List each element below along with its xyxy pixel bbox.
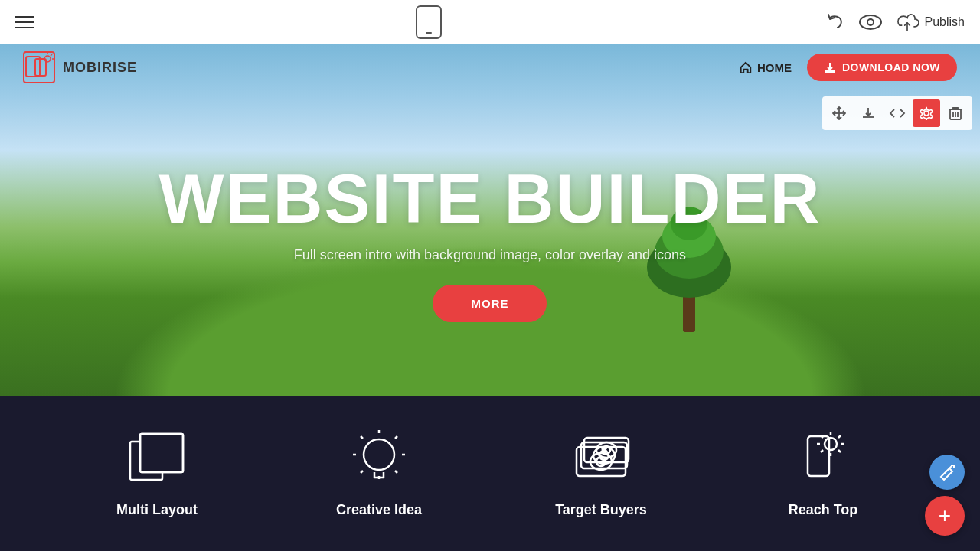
topbar: Publish (0, 0, 980, 44)
preview-button[interactable] (859, 14, 882, 31)
svg-rect-28 (140, 434, 183, 472)
svg-point-18 (924, 111, 929, 116)
mobile-preview-icon[interactable] (416, 5, 442, 39)
creative-idea-icon (348, 430, 410, 491)
hero-title: WEBSITE BUILDER (158, 165, 821, 233)
publish-label: Publish (925, 15, 965, 29)
creative-idea-label: Creative Idea (336, 502, 422, 518)
feature-multi-layout: Multi Layout (73, 430, 241, 518)
reach-top-label: Reach Top (789, 502, 858, 518)
hero-section: MOBIRISE HOME DOWNLOAD NOW (0, 44, 980, 396)
reach-top-icon (792, 430, 854, 491)
settings-tool[interactable] (913, 99, 940, 127)
feature-creative-idea: Creative Idea (295, 430, 463, 518)
section-tools (822, 96, 972, 130)
home-link[interactable]: HOME (739, 60, 792, 74)
publish-button[interactable]: Publish (896, 13, 965, 31)
svg-line-37 (361, 471, 363, 473)
topbar-right: Publish (824, 11, 965, 33)
undo-button[interactable] (824, 11, 845, 33)
fab-add-button[interactable]: + (925, 496, 965, 536)
move-tool[interactable] (825, 99, 853, 127)
multi-layout-label: Multi Layout (116, 502, 198, 518)
topbar-center (416, 5, 442, 39)
code-tool[interactable] (884, 99, 911, 127)
delete-tool[interactable] (942, 99, 969, 127)
more-button[interactable]: MORE (433, 285, 547, 322)
main-content: MOBIRISE HOME DOWNLOAD NOW (0, 44, 980, 551)
download-button[interactable]: DOWNLOAD NOW (807, 54, 957, 81)
features-section: Multi Layout (0, 396, 980, 551)
menu-icon[interactable] (15, 16, 34, 28)
brand: MOBIRISE (23, 51, 137, 83)
home-label: HOME (757, 61, 792, 74)
hero-subtitle: Full screen intro with background image,… (158, 247, 821, 263)
svg-line-59 (821, 450, 823, 452)
download-label: DOWNLOAD NOW (842, 61, 940, 73)
svg-text:$: $ (602, 446, 606, 455)
svg-line-55 (838, 435, 841, 438)
fab-pen-button[interactable] (929, 455, 965, 490)
target-buyers-label: Target Buyers (555, 502, 647, 518)
feature-target-buyers: $ Target Buyers (517, 430, 685, 518)
svg-point-0 (860, 15, 881, 29)
multi-layout-icon (126, 430, 188, 491)
topbar-left (15, 16, 34, 28)
hero-nav-right: HOME DOWNLOAD NOW (739, 54, 957, 81)
svg-rect-52 (808, 436, 829, 476)
svg-line-38 (395, 471, 397, 473)
svg-line-36 (395, 436, 397, 439)
svg-line-35 (361, 436, 363, 439)
target-buyers-icon: $ (570, 430, 632, 491)
feature-reach-top: Reach Top (739, 430, 907, 518)
svg-point-1 (867, 19, 874, 25)
svg-point-30 (364, 439, 394, 470)
svg-point-53 (825, 438, 837, 450)
download-tool[interactable] (854, 99, 882, 127)
svg-line-57 (838, 450, 841, 452)
svg-line-14 (51, 54, 52, 56)
hero-content: WEBSITE BUILDER Full screen intro with b… (158, 165, 821, 322)
hero-navbar: MOBIRISE HOME DOWNLOAD NOW (0, 44, 980, 90)
brand-name: MOBIRISE (63, 60, 137, 76)
brand-logo (23, 51, 55, 83)
